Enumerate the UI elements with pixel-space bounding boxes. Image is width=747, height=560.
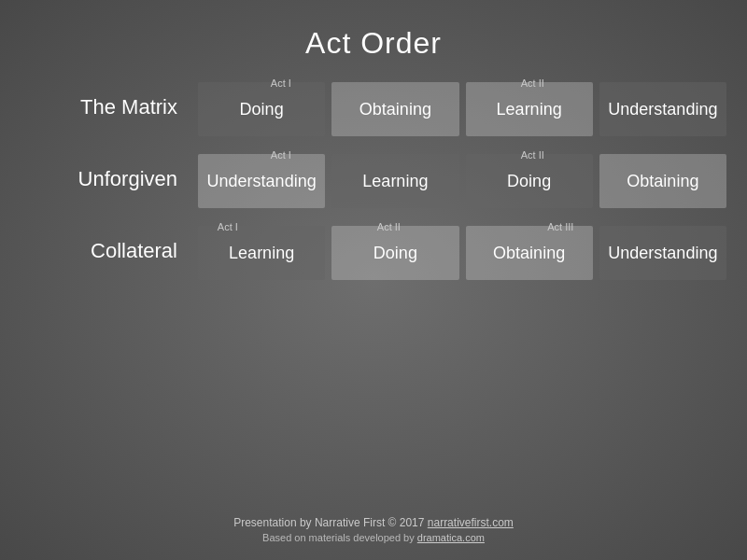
act-label-iii-collateral: Act III [547, 221, 573, 232]
footer: Presentation by Narrative First © 2017 n… [0, 516, 747, 543]
cells-the-matrix: Doing Obtaining Learning Understanding [196, 82, 728, 136]
acts-container-collateral: Act I Act II Act III Learning Doing Obta… [196, 221, 728, 280]
acts-container-the-matrix: Act I Act II Doing Obtaining Learning Un… [196, 77, 728, 136]
footer-line2: Based on materials developed by dramatic… [0, 532, 747, 543]
row-label-unforgiven: Unforgiven [19, 167, 196, 191]
cell-matrix-learning: Learning [466, 82, 593, 136]
act-label-i-collateral: Act I [218, 221, 238, 232]
cell-unforgiven-doing: Doing [466, 154, 593, 208]
row-label-the-matrix: The Matrix [19, 95, 196, 119]
row-label-collateral: Collateral [19, 239, 196, 263]
content-area: The Matrix Act I Act II Doing Obtaining … [0, 77, 747, 280]
cell-collateral-learning: Learning [198, 226, 325, 280]
act-label-ii-collateral: Act II [377, 221, 401, 232]
cell-unforgiven-learning: Learning [331, 154, 458, 208]
act-label-i-unforgiven: Act I [271, 149, 291, 161]
cell-collateral-doing: Doing [331, 226, 458, 280]
cell-collateral-obtaining: Obtaining [466, 226, 593, 280]
act-label-ii-matrix: Act II [521, 77, 544, 89]
cell-matrix-understanding: Understanding [599, 82, 726, 136]
row-the-matrix: The Matrix Act I Act II Doing Obtaining … [19, 77, 728, 136]
cells-unforgiven: Understanding Learning Doing Obtaining [196, 154, 728, 208]
row-collateral: Collateral Act I Act II Act III Learning… [19, 221, 728, 280]
cell-collateral-understanding: Understanding [599, 226, 726, 280]
footer-line1: Presentation by Narrative First © 2017 n… [0, 516, 747, 529]
cells-collateral: Learning Doing Obtaining Understanding [196, 226, 728, 280]
act-label-i-matrix: Act I [271, 77, 291, 89]
footer-link-dramatica[interactable]: dramatica.com [417, 532, 485, 543]
act-label-ii-unforgiven: Act II [521, 149, 544, 161]
page-title: Act Order [0, 0, 747, 77]
cell-unforgiven-understanding: Understanding [198, 154, 325, 208]
cell-unforgiven-obtaining: Obtaining [599, 154, 726, 208]
footer-link-narrativefirst[interactable]: narrativefirst.com [428, 516, 514, 529]
cell-matrix-obtaining: Obtaining [331, 82, 458, 136]
row-unforgiven: Unforgiven Act I Act II Understanding Le… [19, 149, 728, 208]
cell-matrix-doing: Doing [198, 82, 325, 136]
acts-container-unforgiven: Act I Act II Understanding Learning Doin… [196, 149, 728, 208]
